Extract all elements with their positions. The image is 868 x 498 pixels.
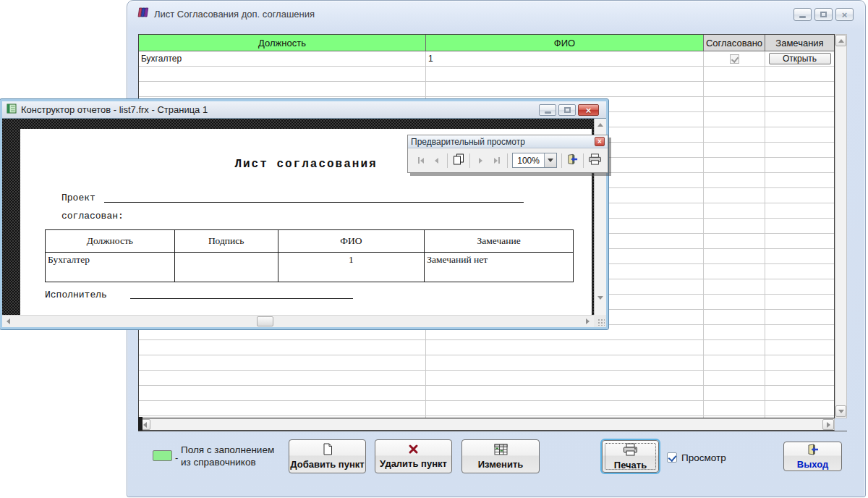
preview-checkbox-label: Просмотр <box>681 452 726 463</box>
last-page-icon <box>494 158 498 164</box>
column-header-soglasovano[interactable]: Согласовано <box>704 35 765 51</box>
document-table-header: Должность Подпись ФИО Замечание <box>46 230 574 253</box>
scroll-left-button[interactable] <box>3 316 14 326</box>
separator <box>561 153 562 168</box>
report-designer-window: Конструктор отчетов - list7.frx - Страни… <box>0 99 608 329</box>
executor-label: Исполнитель <box>45 290 107 300</box>
separator <box>583 153 584 168</box>
report-horizontal-scrollbar[interactable] <box>2 315 594 327</box>
column-header-fio[interactable]: ФИО <box>426 35 704 51</box>
arrow-right-icon <box>827 422 830 428</box>
table-row-empty <box>139 371 834 386</box>
resize-grip[interactable] <box>594 315 606 327</box>
minimize-button[interactable] <box>793 8 812 21</box>
print-button[interactable]: Печать <box>602 440 659 473</box>
preview-toolbar-title: Предварительный просмотр <box>411 137 595 147</box>
doc-col-dolzhnost: Должность <box>46 230 175 253</box>
minimize-icon <box>545 111 551 114</box>
document-table-row: Бухгалтер 1 Замечаний нет <box>46 253 574 282</box>
legend-color-swatch <box>153 450 172 461</box>
scroll-up-button[interactable] <box>835 35 846 46</box>
delete-item-button[interactable]: Удалить пункт <box>375 439 452 473</box>
pages-icon <box>453 153 464 168</box>
books-icon <box>137 7 149 21</box>
arrow-right-icon <box>586 318 590 324</box>
last-page-button[interactable] <box>489 153 505 169</box>
exit-label: Выход <box>797 459 828 470</box>
print-preview-button[interactable] <box>587 153 603 169</box>
add-item-button[interactable]: Добавить пункт <box>289 439 366 473</box>
report-minimize-button[interactable] <box>539 104 556 116</box>
report-titlebar[interactable]: Конструктор отчетов - list7.frx - Страни… <box>2 101 606 118</box>
edit-button[interactable]: Изменить <box>461 439 540 473</box>
delete-item-label: Удалить пункт <box>380 458 447 469</box>
grid-bottom-border <box>138 431 847 431</box>
doc-col-podpis: Подпись <box>174 230 278 253</box>
next-page-icon <box>479 158 482 164</box>
scroll-down-button[interactable] <box>835 405 846 417</box>
cell-fio[interactable]: 1 <box>426 51 704 66</box>
close-button[interactable]: × <box>835 8 854 21</box>
first-page-icon <box>418 157 420 164</box>
titlebar[interactable]: Лист Согласования доп. соглашения <box>127 1 865 27</box>
table-row-empty <box>139 355 834 371</box>
preview-close-button[interactable]: × <box>595 137 605 146</box>
grid-corner <box>138 417 142 431</box>
arrow-left-icon <box>7 318 10 324</box>
grid-vertical-scrollbar[interactable] <box>835 34 847 418</box>
pages-button[interactable] <box>451 153 467 169</box>
printer-icon <box>623 443 638 458</box>
cell-dolzhnost[interactable]: Бухгалтер <box>139 51 426 66</box>
delete-x-icon <box>408 444 419 457</box>
preview-toolbar-titlebar[interactable]: Предварительный просмотр × <box>408 135 608 148</box>
report-maximize-button[interactable] <box>558 104 576 116</box>
zoom-value: 100% <box>513 153 543 167</box>
project-underline <box>104 202 524 203</box>
window-title: Лист Согласования доп. соглашения <box>154 9 315 20</box>
new-document-icon <box>323 443 333 457</box>
report-icon <box>7 104 17 117</box>
zoom-select[interactable]: 100% <box>512 153 556 168</box>
scroll-up-button[interactable] <box>595 119 606 130</box>
close-icon: × <box>586 106 592 115</box>
close-icon: × <box>842 10 848 20</box>
separator <box>447 153 448 168</box>
open-remarks-button[interactable]: Открыть <box>769 53 831 64</box>
project-label: Проект <box>61 193 95 203</box>
doc-col-fio: ФИО <box>278 230 425 253</box>
table-row[interactable]: Бухгалтер 1 Открыть <box>139 51 834 67</box>
chevron-down-icon <box>548 159 553 162</box>
column-header-zamechaniya[interactable]: Замечания <box>765 35 834 51</box>
table-row-empty <box>139 386 834 401</box>
close-preview-button[interactable] <box>565 153 581 169</box>
exit-button[interactable]: Выход <box>783 442 842 471</box>
cell-zamechaniya: Открыть <box>765 51 834 66</box>
table-row-empty <box>139 82 834 97</box>
close-icon: × <box>597 138 602 145</box>
edit-label: Изменить <box>478 459 524 470</box>
next-page-button[interactable] <box>473 153 489 169</box>
add-item-label: Добавить пункт <box>290 459 364 470</box>
approved-checkbox[interactable] <box>730 54 739 64</box>
scroll-right-button[interactable] <box>822 419 834 430</box>
separator <box>507 153 508 168</box>
scroll-down-button[interactable] <box>595 292 606 303</box>
prev-page-button[interactable] <box>429 153 445 169</box>
scroll-right-button[interactable] <box>582 316 593 326</box>
scrollbar-thumb[interactable] <box>257 316 273 326</box>
first-page-button[interactable] <box>413 153 429 169</box>
doc-cell-fio: 1 <box>278 253 425 282</box>
table-row-empty <box>139 67 834 82</box>
legend-line-2: из справочников <box>181 457 274 469</box>
grid-horizontal-scrollbar[interactable] <box>138 418 835 431</box>
column-header-dolzhnost[interactable]: Должность <box>139 35 426 51</box>
zoom-dropdown-button[interactable] <box>544 153 556 167</box>
arrow-down-icon <box>838 410 844 413</box>
legend-dash: - <box>175 452 178 463</box>
preview-toolbar: Предварительный просмотр × 100% <box>407 135 608 173</box>
report-close-button[interactable]: × <box>578 104 599 116</box>
prev-page-icon <box>435 158 438 164</box>
minimize-icon <box>799 16 806 18</box>
maximize-button[interactable] <box>814 8 833 21</box>
preview-checkbox[interactable] <box>667 452 677 463</box>
